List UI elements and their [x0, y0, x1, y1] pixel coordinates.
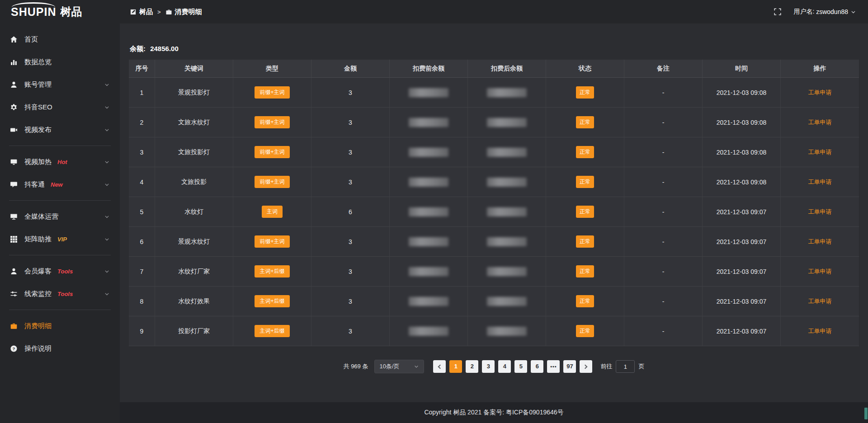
redacted-balance — [487, 118, 527, 127]
page-button-4[interactable]: 4 — [498, 360, 511, 373]
breadcrumb-item-current[interactable]: 消费明细 — [165, 8, 202, 16]
sidebar-item-0[interactable]: 首页 — [0, 28, 120, 51]
column-header: 扣费前余额 — [390, 60, 468, 78]
cell-status: 正常 — [546, 78, 624, 108]
cell-remark: - — [624, 257, 703, 287]
monitor-icon — [10, 213, 18, 221]
table-row: 5水纹灯主词6正常-2021-12-03 09:07工单申请 — [129, 197, 859, 227]
status-badge: 正常 — [576, 206, 594, 218]
sidebar-item-tag: Tools — [57, 291, 73, 297]
fullscreen-icon[interactable] — [774, 8, 782, 16]
content: 余额: 24856.00 序号关键词类型金额扣费前余额扣费后余额状态备注时间操作… — [120, 24, 868, 402]
prev-page-button[interactable] — [433, 360, 446, 373]
cell-amount: 3 — [311, 257, 390, 287]
work-order-link[interactable]: 工单申请 — [808, 328, 832, 334]
column-header: 扣费后余额 — [468, 60, 546, 78]
svg-text:?: ? — [13, 346, 15, 351]
sidebar-item-12[interactable]: 会员爆客Tools — [0, 260, 120, 282]
type-badge: 前缀+主词 — [255, 116, 289, 128]
sidebar: 首页数据总览账号管理抖音SEO视频发布视频加热Hot抖客通New全媒体运营矩阵助… — [0, 24, 120, 423]
cell-balance-before — [390, 137, 468, 167]
sidebar-item-9[interactable]: 全媒体运营 — [0, 205, 120, 228]
cell-amount: 3 — [311, 167, 390, 197]
redacted-balance — [409, 237, 448, 246]
sidebar-item-label: 数据总览 — [24, 58, 52, 66]
page-button-97[interactable]: 97 — [563, 360, 576, 373]
page-button-1[interactable]: 1 — [449, 360, 462, 373]
cell-action: 工单申请 — [781, 108, 859, 137]
pagination: 共 969 条 10条/页 123456•••97 前往 页 — [129, 360, 859, 373]
redacted-balance — [409, 88, 448, 97]
cell-index: 5 — [129, 197, 155, 227]
wallet-icon — [10, 322, 18, 330]
cell-status: 正常 — [546, 167, 624, 197]
cell-amount: 3 — [311, 316, 390, 346]
topbar-right: 用户名: zswodun88 — [774, 8, 868, 16]
cell-type: 前缀+主词 — [233, 108, 311, 137]
work-order-link[interactable]: 工单申请 — [808, 89, 832, 96]
cell-action: 工单申请 — [781, 137, 859, 167]
work-order-link[interactable]: 工单申请 — [808, 119, 832, 126]
wallet-icon — [165, 9, 172, 15]
cell-type: 前缀+主词 — [233, 78, 311, 108]
username-label: 用户名: — [793, 8, 814, 16]
status-badge: 正常 — [576, 86, 594, 99]
cell-index: 9 — [129, 316, 155, 346]
breadcrumb-label: 树品 — [139, 8, 153, 16]
cell-time: 2021-12-03 09:07 — [703, 316, 781, 346]
sidebar-item-10[interactable]: 矩阵助推VIP — [0, 228, 120, 250]
gear-icon — [10, 103, 18, 111]
cell-index: 2 — [129, 108, 155, 137]
sidebar-item-13[interactable]: 线索监控Tools — [0, 282, 120, 305]
sidebar-item-6[interactable]: 视频加热Hot — [0, 150, 120, 173]
breadcrumb-item-home[interactable]: 树品 — [130, 8, 153, 16]
type-badge: 前缀+主词 — [255, 235, 289, 248]
breadcrumb-label: 消费明细 — [175, 8, 202, 16]
cell-keyword: 文旅水纹灯 — [155, 108, 233, 137]
sidebar-item-4[interactable]: 视频发布 — [0, 118, 120, 141]
page-ellipsis[interactable]: ••• — [547, 360, 560, 373]
sidebar-item-1[interactable]: 数据总览 — [0, 51, 120, 73]
column-header: 状态 — [546, 60, 624, 78]
user-menu[interactable]: 用户名: zswodun88 — [793, 8, 856, 16]
column-header: 类型 — [233, 60, 311, 78]
breadcrumb-separator: > — [157, 9, 161, 15]
sidebar-item-3[interactable]: 抖音SEO — [0, 96, 120, 118]
page-button-3[interactable]: 3 — [482, 360, 495, 373]
cell-index: 8 — [129, 287, 155, 316]
sidebar-item-label: 视频加热 — [24, 158, 52, 166]
cell-time: 2021-12-03 09:08 — [703, 167, 781, 197]
goto-page-input[interactable] — [616, 360, 635, 373]
next-page-button[interactable] — [580, 360, 592, 373]
page-button-6[interactable]: 6 — [531, 360, 543, 373]
sidebar-item-label: 抖客通 — [24, 180, 45, 189]
cell-balance-after — [468, 167, 546, 197]
chart-icon — [10, 58, 18, 66]
sidebar-item-16[interactable]: ?操作说明 — [0, 337, 120, 360]
cell-time: 2021-12-03 09:07 — [703, 287, 781, 316]
work-order-link[interactable]: 工单申请 — [808, 208, 832, 215]
work-order-link[interactable]: 工单申请 — [808, 179, 832, 185]
sidebar-item-2[interactable]: 账号管理 — [0, 73, 120, 96]
scrollbar-thumb[interactable] — [864, 408, 868, 419]
cell-type: 前缀+主词 — [233, 137, 311, 167]
sidebar-item-7[interactable]: 抖客通New — [0, 173, 120, 196]
balance-label: 余额: — [130, 45, 146, 52]
chevron-down-icon — [104, 182, 110, 188]
page-button-2[interactable]: 2 — [466, 360, 478, 373]
chevron-down-icon — [104, 268, 110, 274]
status-badge: 正常 — [576, 116, 594, 128]
work-order-link[interactable]: 工单申请 — [808, 149, 832, 155]
cell-time: 2021-12-03 09:08 — [703, 108, 781, 137]
screen-icon — [10, 158, 18, 166]
work-order-link[interactable]: 工单申请 — [808, 238, 832, 245]
cell-balance-before — [390, 167, 468, 197]
top-bar: SHUPIN 树品 树品 > 消费明细 用户名: zswodun88 — [0, 0, 868, 24]
page-button-5[interactable]: 5 — [514, 360, 527, 373]
cell-balance-after — [468, 316, 546, 346]
sidebar-item-15[interactable]: 消费明细 — [0, 315, 120, 337]
page-size-select[interactable]: 10条/页 — [374, 360, 424, 373]
work-order-link[interactable]: 工单申请 — [808, 298, 832, 305]
redacted-balance — [487, 88, 527, 97]
work-order-link[interactable]: 工单申请 — [808, 268, 832, 275]
